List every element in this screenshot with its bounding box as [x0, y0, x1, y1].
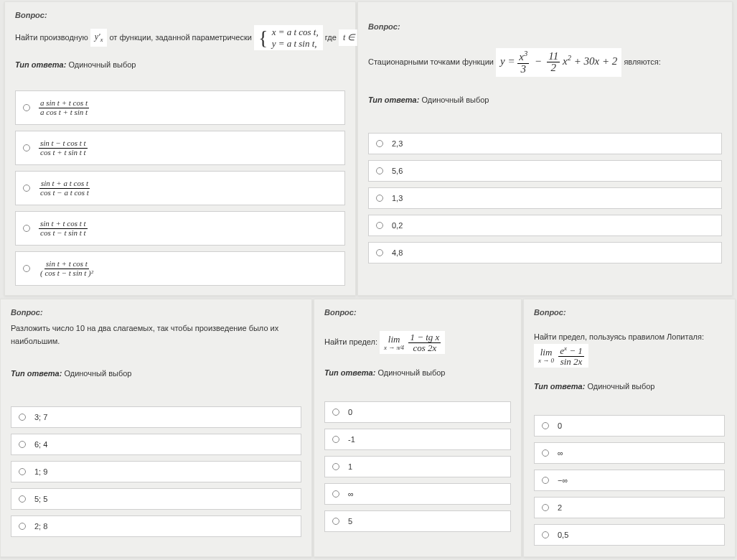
q1-tail: где — [325, 33, 337, 42]
q5-option[interactable]: ∞ — [534, 442, 725, 464]
question-label: Вопрос: — [11, 308, 301, 317]
question-label: Вопрос: — [534, 308, 725, 317]
radio-icon — [542, 477, 549, 484]
q2-option[interactable]: 1,3 — [368, 187, 722, 209]
q4-option[interactable]: -1 — [324, 429, 511, 450]
answer-type: Тип ответа: Одиночный выбор — [324, 368, 511, 377]
question-panel-4: Вопрос: Найти предел: limx → π⁄4 1 − tg … — [314, 299, 522, 557]
question-label: Вопрос: — [15, 11, 345, 19]
q1-option[interactable]: sin t + t cos t( cos t − t sin t )² — [15, 251, 345, 286]
radio-icon — [19, 468, 26, 475]
radio-icon — [332, 490, 339, 498]
q3-option[interactable]: 1; 9 — [11, 461, 301, 482]
q2-option[interactable]: 4,8 — [368, 242, 722, 263]
q4-option[interactable]: ∞ — [324, 483, 511, 505]
option-label: 6; 4 — [34, 440, 47, 449]
option-label: 0 — [558, 421, 562, 430]
radio-icon — [23, 185, 30, 192]
q4-option[interactable]: 1 — [324, 456, 511, 477]
q5-option[interactable]: −∞ — [534, 470, 725, 491]
q4-formula: limx → π⁄4 1 − tg xcos 2x — [380, 331, 445, 354]
radio-icon — [332, 436, 339, 443]
option-label: 1 — [348, 462, 352, 471]
option-label: 1,3 — [392, 194, 403, 202]
radio-icon — [23, 225, 30, 232]
radio-icon — [23, 265, 30, 272]
q1-option[interactable]: sin t − t cos t tcos t + t sin t t — [15, 131, 345, 165]
q1-mid: от функции, заданной параметрически — [109, 33, 251, 42]
question-text: Разложить число 10 на два слагаемых, так… — [11, 322, 301, 347]
q5-option[interactable]: 0 — [534, 415, 725, 437]
answer-type: Тип ответа: Одиночный выбор — [368, 95, 722, 104]
q1-eq-top: x = a t cos t, — [272, 27, 319, 38]
option-label: 3; 7 — [34, 413, 47, 421]
q2-post: являются: — [624, 57, 660, 66]
q4-option[interactable]: 5 — [324, 510, 511, 532]
answer-type: Тип ответа: Одиночный выбор — [11, 369, 301, 378]
question-panel-3: Вопрос: Разложить число 10 на два слагае… — [0, 299, 312, 557]
formula-fraction: sin t + t cos t( cos t − t sin t )² — [39, 260, 95, 277]
q2-formula: y = x33 − 112 x2 + 30x + 2 — [496, 48, 621, 77]
option-label: 0 — [348, 408, 352, 416]
formula-fraction: a sin t + t cos ta cos t + t sin t — [39, 99, 89, 116]
radio-icon — [19, 523, 26, 530]
radio-icon — [542, 449, 549, 457]
q2-option[interactable]: 0,2 — [368, 215, 722, 236]
answer-type: Тип ответа: Одиночный выбор — [534, 382, 725, 391]
option-label: 2,3 — [392, 139, 403, 148]
option-label: 0,2 — [392, 221, 403, 230]
radio-icon — [23, 144, 30, 151]
question-panel-5: Вопрос: Найти предел, пользуясь правилом… — [523, 299, 736, 557]
question-text: Найти предел: limx → π⁄4 1 − tg xcos 2x — [324, 331, 511, 354]
option-label: 4,8 — [392, 248, 403, 257]
radio-icon — [332, 463, 339, 470]
radio-icon — [332, 518, 339, 525]
q2-option[interactable]: 5,6 — [368, 160, 722, 182]
radio-icon — [542, 504, 549, 511]
q1-option[interactable]: sin t + a t cos tcos t − a t cos t — [15, 171, 345, 205]
option-label: 5; 5 — [34, 495, 47, 503]
radio-icon — [19, 441, 26, 448]
q3-option[interactable]: 2; 8 — [11, 515, 301, 537]
q3-option[interactable]: 3; 7 — [11, 406, 301, 428]
option-label: ∞ — [558, 449, 563, 457]
question-text: Найти предел, пользуясь правилом Лопитал… — [534, 331, 725, 368]
radio-icon — [376, 222, 383, 229]
q1-param-eq: { x = a t cos t, y = a t sin t, — [254, 25, 323, 50]
q5-option[interactable]: 0,5 — [534, 524, 725, 546]
q4-options: 0 -1 1 ∞ 5 — [324, 401, 511, 532]
q5-options: 0 ∞ −∞ 2 0,5 — [534, 415, 725, 546]
formula-fraction: sin t + t cos t tcos t − t sin t t — [39, 220, 88, 237]
radio-icon — [376, 140, 383, 147]
question-panel-2: Вопрос: Стационарными точками функции y … — [357, 1, 733, 296]
formula-fraction: sin t − t cos t tcos t + t sin t t — [39, 139, 88, 157]
q1-options: a sin t + t cos ta cos t + t sin t sin t… — [15, 90, 345, 286]
q5-formula: limx → 0 ex − 1 sin 2x — [534, 344, 588, 368]
q3-options: 3; 7 6; 4 1; 9 5; 5 2; 8 — [11, 406, 301, 537]
option-label: −∞ — [558, 476, 568, 485]
radio-icon — [376, 167, 383, 174]
radio-icon — [376, 195, 383, 202]
q3-option[interactable]: 6; 4 — [11, 434, 301, 455]
q2-option[interactable]: 2,3 — [368, 133, 722, 154]
q1-option[interactable]: a sin t + t cos ta cos t + t sin t — [15, 90, 345, 125]
q3-option[interactable]: 5; 5 — [11, 488, 301, 510]
q4-option[interactable]: 0 — [324, 401, 511, 423]
option-label: 5,6 — [392, 167, 403, 175]
option-label: 2 — [558, 503, 562, 512]
question-label: Вопрос: — [324, 308, 511, 317]
q1-pre: Найти производную — [15, 33, 88, 42]
radio-icon — [542, 531, 549, 538]
question-text: Стационарными точками функции y = x33 − … — [368, 48, 722, 77]
q5-option[interactable]: 2 — [534, 497, 725, 518]
radio-icon — [376, 249, 383, 256]
question-panel-1: Вопрос: Найти производную y′x от функции… — [4, 1, 356, 296]
radio-icon — [23, 104, 30, 111]
answer-type: Тип ответа: Одиночный выбор — [15, 60, 345, 69]
question-text: Найти производную y′x от функции, заданн… — [15, 25, 345, 50]
radio-icon — [542, 422, 549, 429]
formula-fraction: sin t + a t cos tcos t − a t cos t — [39, 179, 90, 197]
option-label: 1; 9 — [34, 467, 47, 476]
q1-option[interactable]: sin t + t cos t tcos t − t sin t t — [15, 211, 345, 246]
option-label: ∞ — [348, 490, 354, 498]
